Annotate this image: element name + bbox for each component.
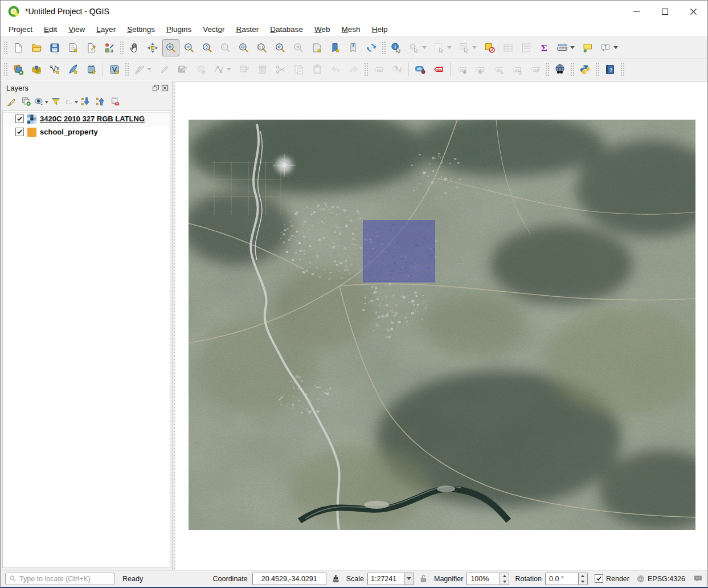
- zoom-native-button[interactable]: 1:1: [253, 39, 271, 56]
- python-console-button[interactable]: [576, 61, 594, 78]
- scale-dropdown-arrow[interactable]: [404, 573, 414, 585]
- show-spatial-bookmarks-button[interactable]: [345, 39, 362, 56]
- refresh-map-button[interactable]: [363, 39, 380, 56]
- menu-help[interactable]: Help: [366, 23, 394, 35]
- layer-diagram-options-button[interactable]: abc: [430, 61, 447, 78]
- identify-features-button[interactable]: i: [388, 39, 405, 56]
- layer-visibility-checkbox[interactable]: [15, 128, 24, 136]
- open-layer-styling-button[interactable]: [4, 95, 19, 109]
- pan-map-button[interactable]: [126, 39, 143, 56]
- new-print-layout-button[interactable]: [64, 39, 81, 56]
- expand-all-button[interactable]: [78, 95, 93, 109]
- menu-layer[interactable]: Layer: [91, 23, 121, 35]
- menu-settings[interactable]: Settings: [121, 23, 161, 35]
- close-panel-button[interactable]: [161, 84, 169, 92]
- menu-web[interactable]: Web: [309, 23, 336, 35]
- rotation-down[interactable]: [579, 579, 587, 585]
- menu-plugins[interactable]: Plugins: [161, 23, 197, 35]
- magnifier-up[interactable]: [500, 573, 509, 579]
- toolbar-row-2: abcababcabcabcabcabcabc?: [1, 59, 707, 80]
- magnifier-spinbox[interactable]: 100%: [466, 573, 509, 585]
- pan-to-selection-button[interactable]: [144, 39, 161, 56]
- remove-layer-button[interactable]: [108, 95, 122, 109]
- coordinate-input[interactable]: 20.4529,-34.0291: [252, 573, 326, 585]
- toolbar-grip[interactable]: [382, 41, 386, 55]
- filter-legend-button[interactable]: [48, 95, 63, 109]
- measure-line-button[interactable]: [554, 39, 578, 56]
- menu-mesh[interactable]: Mesh: [336, 23, 366, 35]
- new-virtual-layer-button[interactable]: [106, 61, 123, 78]
- new-project-button[interactable]: [10, 39, 27, 56]
- layer-label[interactable]: school_property: [40, 128, 98, 136]
- map-tips-button[interactable]: [579, 39, 596, 56]
- text-annotation-dropdown-arrow[interactable]: [613, 46, 618, 49]
- new-spatialite-layer-button[interactable]: [64, 61, 81, 78]
- menu-vector[interactable]: Vector: [197, 23, 230, 35]
- new-shapefile-layer-button[interactable]: [46, 61, 63, 78]
- toolbar-grip[interactable]: [364, 63, 369, 76]
- metasearch-button[interactable]: [551, 61, 568, 78]
- map-canvas[interactable]: [175, 81, 707, 570]
- toolbar-grip[interactable]: [125, 63, 129, 76]
- close-button[interactable]: [679, 1, 707, 22]
- collapse-all-button[interactable]: [93, 95, 108, 109]
- show-statistical-summary-button[interactable]: Σ: [536, 39, 553, 56]
- crs-status[interactable]: EPSG:4326: [636, 574, 685, 583]
- scale-value[interactable]: 1:27241: [367, 573, 404, 585]
- measure-line-dropdown-arrow[interactable]: [570, 46, 575, 49]
- toolbar-grip[interactable]: [545, 63, 550, 76]
- toolbar-grip[interactable]: [120, 41, 124, 55]
- minimize-button[interactable]: [622, 1, 650, 22]
- magnifier-down[interactable]: [500, 579, 509, 585]
- layer-label[interactable]: 3420C 2010 327 RGB LATLNG: [40, 115, 145, 123]
- style-manager-button[interactable]: a: [101, 39, 118, 56]
- messages-icon[interactable]: [693, 574, 703, 583]
- rotation-up[interactable]: [579, 573, 587, 579]
- toolbar-grip[interactable]: [595, 63, 600, 76]
- save-project-button[interactable]: [46, 39, 63, 56]
- show-layout-manager-button[interactable]: [83, 39, 100, 56]
- menu-view[interactable]: View: [63, 23, 91, 35]
- menu-project[interactable]: Project: [3, 23, 38, 35]
- scale-combobox[interactable]: 1:27241: [367, 573, 414, 585]
- new-spatial-bookmark-button[interactable]: [326, 39, 343, 56]
- help-contents-button[interactable]: ?: [601, 61, 619, 78]
- new-temporary-scratch-layer-button[interactable]: [83, 61, 100, 78]
- menu-edit[interactable]: Edit: [38, 23, 63, 35]
- text-annotation-button[interactable]: T: [597, 39, 621, 56]
- zoom-full-button[interactable]: [199, 39, 216, 56]
- magnifier-value[interactable]: 100%: [466, 573, 500, 585]
- manage-map-themes-dropdown-arrow[interactable]: [44, 101, 48, 103]
- locator-search-input[interactable]: Type to locate (Ctrl+K): [5, 573, 114, 585]
- menu-database[interactable]: Database: [264, 23, 309, 35]
- delete-selected-button: [254, 61, 271, 78]
- add-group-button[interactable]: [19, 95, 34, 109]
- extents-toggle-icon[interactable]: [331, 574, 341, 583]
- manage-map-themes-button[interactable]: [34, 95, 48, 109]
- layer-labeling-options-button[interactable]: ab: [412, 61, 429, 78]
- toolbar-grip[interactable]: [3, 63, 8, 76]
- zoom-in-button[interactable]: [162, 39, 179, 56]
- toolbar-grip[interactable]: [3, 41, 8, 55]
- render-checkbox[interactable]: [595, 574, 603, 583]
- zoom-out-button[interactable]: [181, 39, 198, 56]
- layer-row-3420c-2010-327-rgb-latlng[interactable]: 3420C 2010 327 RGB LATLNG: [3, 112, 170, 125]
- deselect-all-features-button[interactable]: [481, 39, 498, 56]
- zoom-to-layer-button[interactable]: [235, 39, 252, 56]
- menu-raster[interactable]: Raster: [231, 23, 265, 35]
- layer-visibility-checkbox[interactable]: [15, 115, 24, 123]
- lock-scale-icon[interactable]: [419, 574, 428, 583]
- toggle-editing-button: [156, 61, 173, 78]
- rotation-spinbox[interactable]: 0.0 °: [545, 573, 588, 585]
- data-source-manager-button[interactable]: [10, 61, 27, 78]
- toolbar-grip[interactable]: [620, 63, 625, 76]
- float-panel-button[interactable]: [152, 84, 159, 92]
- rotation-value[interactable]: 0.0 °: [545, 573, 578, 585]
- zoom-last-button[interactable]: [272, 39, 289, 56]
- maximize-button[interactable]: [650, 1, 679, 22]
- toolbar-grip[interactable]: [570, 63, 575, 76]
- new-geopackage-layer-button[interactable]: [28, 61, 45, 78]
- open-project-button[interactable]: [28, 39, 45, 56]
- layer-row-school-property[interactable]: school_property: [3, 125, 170, 138]
- new-map-view-button[interactable]: [308, 39, 325, 56]
